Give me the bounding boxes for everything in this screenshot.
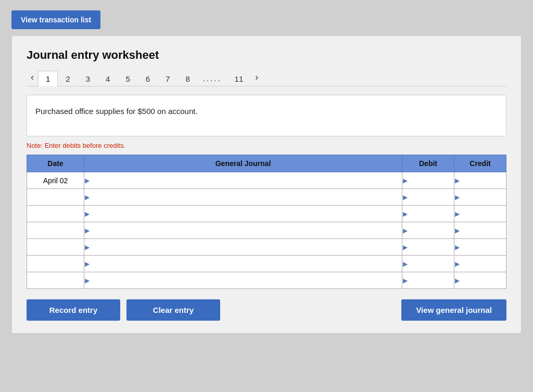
col-header-date: Date: [27, 155, 84, 172]
scenario-box: Purchased office supplies for $500 on ac…: [27, 95, 506, 136]
gj-arrow-icon: ▶: [85, 211, 90, 217]
tab-next-button[interactable]: ›: [251, 70, 262, 84]
date-cell-5[interactable]: [27, 256, 84, 272]
tab-7[interactable]: 7: [158, 71, 177, 86]
debit-cell-1[interactable]: ▶: [402, 189, 454, 206]
gj-arrow-icon: ▶: [85, 277, 90, 284]
debit-cell-0[interactable]: ▶: [402, 172, 454, 189]
main-panel: Journal entry worksheet ‹ 1 2 3 4 5 6 7 …: [11, 35, 522, 334]
col-header-debit: Debit: [402, 155, 454, 172]
credit-arrow-icon: ▶: [455, 244, 460, 250]
tab-1[interactable]: 1: [38, 71, 58, 86]
clear-entry-button[interactable]: Clear entry: [126, 299, 220, 321]
credit-cell-2[interactable]: ▶: [454, 206, 506, 222]
credit-arrow-icon: ▶: [455, 178, 460, 184]
tab-8[interactable]: 8: [177, 71, 197, 86]
tab-ellipsis: .....: [198, 71, 227, 86]
table-row: ▶▶▶: [27, 272, 506, 289]
gj-arrow-icon: ▶: [85, 261, 90, 267]
tab-2[interactable]: 2: [58, 71, 78, 86]
gj-cell-5[interactable]: ▶: [84, 256, 402, 272]
date-cell-2[interactable]: [27, 206, 84, 222]
view-general-journal-button[interactable]: View general journal: [401, 299, 506, 321]
credit-cell-0[interactable]: ▶: [454, 172, 506, 189]
tab-11[interactable]: 11: [227, 71, 251, 86]
credit-arrow-icon: ▶: [455, 211, 460, 217]
table-row: ▶▶▶: [27, 256, 506, 272]
tabs-row: ‹ 1 2 3 4 5 6 7 8 ..... 11 ›: [27, 70, 506, 86]
debit-cell-2[interactable]: ▶: [402, 206, 454, 222]
credit-cell-3[interactable]: ▶: [454, 222, 506, 239]
date-cell-3[interactable]: [27, 222, 84, 239]
debit-arrow-icon: ▶: [403, 194, 408, 200]
debit-arrow-icon: ▶: [403, 261, 408, 267]
debit-cell-5[interactable]: ▶: [402, 256, 454, 272]
page-title: Journal entry worksheet: [27, 48, 506, 62]
gj-cell-2[interactable]: ▶: [84, 206, 402, 222]
table-row: ▶▶▶: [27, 206, 506, 222]
gj-arrow-icon: ▶: [85, 244, 90, 250]
tab-prev-button[interactable]: ‹: [27, 70, 38, 84]
date-cell-0[interactable]: April 02: [27, 172, 84, 189]
credit-arrow-icon: ▶: [455, 194, 460, 200]
credit-cell-6[interactable]: ▶: [454, 272, 506, 289]
gj-cell-3[interactable]: ▶: [84, 222, 402, 239]
debit-cell-4[interactable]: ▶: [402, 239, 454, 256]
view-transaction-button[interactable]: View transaction list: [11, 10, 100, 29]
tab-4[interactable]: 4: [98, 71, 118, 86]
tab-5[interactable]: 5: [118, 71, 137, 86]
debit-arrow-icon: ▶: [403, 244, 408, 250]
gj-cell-4[interactable]: ▶: [84, 239, 402, 256]
debit-arrow-icon: ▶: [403, 277, 408, 284]
debit-arrow-icon: ▶: [403, 211, 408, 217]
date-cell-6[interactable]: [27, 272, 84, 289]
table-row: ▶▶▶: [27, 239, 506, 256]
credit-arrow-icon: ▶: [455, 261, 460, 267]
tab-6[interactable]: 6: [138, 71, 158, 86]
bottom-buttons: Record entry Clear entry View general jo…: [27, 299, 506, 321]
col-header-gj: General Journal: [84, 155, 402, 172]
date-cell-1[interactable]: [27, 189, 84, 206]
debit-arrow-icon: ▶: [403, 227, 408, 234]
table-row: ▶▶▶: [27, 222, 506, 239]
debit-cell-6[interactable]: ▶: [402, 272, 454, 289]
page-wrapper: View transaction list Journal entry work…: [11, 10, 522, 334]
scenario-text: Purchased office supplies for $500 on ac…: [35, 107, 198, 116]
debit-cell-3[interactable]: ▶: [402, 222, 454, 239]
credit-arrow-icon: ▶: [455, 227, 460, 234]
credit-cell-5[interactable]: ▶: [454, 256, 506, 272]
gj-cell-6[interactable]: ▶: [84, 272, 402, 289]
table-row: April 02▶▶▶: [27, 172, 506, 189]
gj-arrow-icon: ▶: [85, 194, 90, 200]
journal-table: Date General Journal Debit Credit April …: [27, 155, 506, 289]
tab-3[interactable]: 3: [78, 71, 98, 86]
record-entry-button[interactable]: Record entry: [27, 299, 120, 321]
col-header-credit: Credit: [454, 155, 506, 172]
date-cell-4[interactable]: [27, 239, 84, 256]
debit-arrow-icon: ▶: [403, 178, 408, 184]
note-text: Note: Enter debits before credits.: [27, 142, 506, 149]
credit-arrow-icon: ▶: [455, 277, 460, 284]
gj-cell-1[interactable]: ▶: [84, 189, 402, 206]
credit-cell-4[interactable]: ▶: [454, 239, 506, 256]
gj-arrow-icon: ▶: [85, 227, 90, 234]
gj-cell-0[interactable]: ▶: [84, 172, 402, 189]
gj-arrow-icon: ▶: [85, 178, 90, 184]
table-row: ▶▶▶: [27, 189, 506, 206]
credit-cell-1[interactable]: ▶: [454, 189, 506, 206]
